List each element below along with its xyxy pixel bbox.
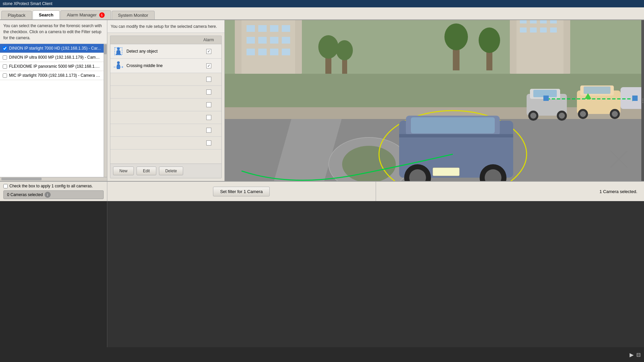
rule-alarm-checkbox-7[interactable] [199,140,219,145]
camera-item-1[interactable]: DINION IP ultra 8000 MP (192.168.1.179) … [0,53,104,62]
checkbox-5[interactable] [206,115,211,120]
checkbox-2[interactable] [206,77,211,82]
rule-alarm-checkbox-1[interactable] [199,63,219,68]
svg-point-37 [336,40,353,60]
alarm-badge: 6 [99,12,105,18]
svg-rect-57 [584,86,610,94]
checkbox-3[interactable] [206,89,211,95]
tab-alarm-manager[interactable]: Alarm Manager 6 [60,10,111,20]
rule-alarm-checkbox-2[interactable] [199,77,219,82]
bottom-middle-section: Set filter for 1 Camera [107,182,376,201]
edit-rule-button[interactable]: Edit [137,167,156,175]
camera-checkbox-3[interactable] [3,73,7,78]
checkbox-1[interactable] [206,63,211,68]
svg-point-41 [479,27,500,53]
svg-rect-5 [117,68,120,69]
rule-row-0: Detect any object [110,44,221,59]
checkbox-6[interactable] [206,128,211,133]
bottom-left-section: Check the box to apply 1 config to all c… [0,182,107,201]
rule-alarm-checkbox-5[interactable] [199,115,219,120]
svg-rect-22 [270,49,278,55]
svg-rect-76 [632,96,638,101]
checkbox-7[interactable] [206,140,211,145]
tab-system-monitor[interactable]: System Monitor [112,11,155,19]
play-button[interactable]: ▶ [630,352,634,358]
timeline-controls: ▶ ⊟ [0,347,644,362]
detect-object-icon [113,46,124,57]
svg-rect-28 [540,20,547,23]
svg-point-59 [580,111,586,117]
rule-row-4 [110,99,221,111]
resize-handle[interactable] [641,20,644,181]
tab-playback[interactable]: Playback [1,11,32,19]
svg-rect-21 [258,49,267,55]
svg-rect-72 [433,168,460,176]
svg-rect-29 [550,20,557,23]
camera-checkbox-2[interactable] [3,64,7,69]
svg-rect-19 [282,37,290,44]
svg-rect-13 [258,25,267,32]
svg-marker-7 [122,66,123,68]
right-panel [225,20,644,181]
delete-rule-button[interactable]: Delete [159,167,183,175]
apply-all-checkbox[interactable] [3,184,8,188]
rule-row-6 [110,124,221,137]
horizontal-scrollbar[interactable] [0,177,107,181]
tab-search[interactable]: Search [33,10,60,19]
rule-alarm-checkbox-4[interactable] [199,102,219,107]
resize-dot-3 [642,102,643,103]
timeline-toggle-button[interactable]: ⊟ [636,352,641,358]
rule-name-1: Crossing middle line [126,63,199,68]
camera-checkbox-1[interactable] [3,55,7,60]
camera-feed-image [225,20,644,181]
bottom-status-bar: Check the box to apply 1 config to all c… [0,181,644,201]
svg-rect-27 [530,20,537,23]
rule-alarm-checkbox-6[interactable] [199,128,219,133]
resize-dot-1 [642,99,643,100]
svg-rect-14 [270,25,278,32]
svg-point-54 [559,113,565,119]
camera-checkbox-0[interactable] [3,46,7,51]
rule-name-0: Detect any object [126,49,199,54]
camera-list: DINION IP starlight 7000 HD (192.168.1.3… [0,44,104,177]
new-rule-button[interactable]: New [113,167,134,175]
camera-list-scrollbar[interactable] [104,44,107,177]
svg-rect-18 [270,37,278,44]
cameras-selected-count: 0 Cameras selected [7,192,43,197]
alarm-col-header: Alarm [199,38,219,42]
hscroll-thumb [1,178,42,180]
svg-point-4 [117,61,120,64]
left-panel: You can select the cameras for the foren… [0,20,107,181]
camera-view [225,20,644,181]
svg-rect-31 [530,27,537,33]
info-icon[interactable]: i [45,192,51,198]
svg-point-39 [444,23,468,50]
window-title: stone XProtect Smart Client [3,1,52,6]
svg-rect-67 [399,134,513,137]
svg-rect-66 [411,117,495,133]
apply-config-row: Check the box to apply 1 config to all c… [3,184,104,188]
camera-item-3[interactable]: MIC IP starlight 7000i (192.168.1.173) -… [0,71,104,80]
rules-col-header [113,38,199,42]
rule-alarm-checkbox-3[interactable] [199,89,219,95]
rule-row-1: Crossing middle line [110,59,221,73]
camera-item-2[interactable]: FLEXIDOME IP panoramic 5000 MP (192.168.… [0,62,104,71]
instruction-text: You can select the cameras for the foren… [0,20,107,44]
scrollbar-thumb [104,44,107,54]
rule-row-7 [110,137,221,149]
svg-point-61 [612,111,618,117]
camera-item-0[interactable]: DINION IP starlight 7000 HD (192.168.1.3… [0,44,104,53]
camera-name-1: DINION IP ultra 8000 MP (192.168.1.179) … [9,55,101,60]
camera-name-2: FLEXIDOME IP panoramic 5000 MP (192.168.… [9,64,101,69]
svg-rect-32 [540,27,547,33]
rule-alarm-checkbox-0[interactable] [199,49,219,54]
checkbox-4[interactable] [206,102,211,107]
rule-row-3 [110,86,221,99]
rule-row-2 [110,73,221,86]
timeline-area: ▶ ⊟ [0,201,644,362]
title-bar: stone XProtect Smart Client [0,0,644,7]
tab-bar: Playback Search Alarm Manager 6 System M… [0,7,644,20]
set-filter-button[interactable]: Set filter for 1 Camera [213,187,270,196]
apply-config-label: Check the box to apply 1 config to all c… [9,184,93,188]
checkbox-0[interactable] [206,49,211,54]
